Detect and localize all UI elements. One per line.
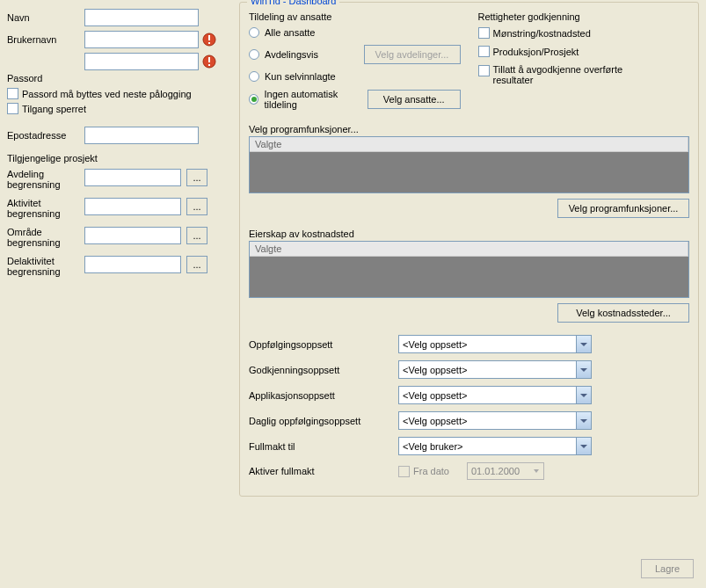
monstring-label: Mønstring/kostnadsted	[493, 28, 591, 39]
dropdown-value: <Velg bruker>	[403, 441, 463, 452]
radio-avdelingsvis[interactable]	[249, 49, 259, 60]
tilgang-sperret-checkbox[interactable]	[7, 103, 18, 114]
godkjenning-label: Godkjenningsoppsett	[249, 365, 398, 375]
radio-alle-ansatte[interactable]	[249, 27, 259, 38]
navn-input[interactable]	[84, 9, 199, 26]
fullmakt-label: Fullmakt til	[249, 441, 398, 452]
warning-icon	[202, 54, 216, 69]
delaktivitet-input[interactable]	[84, 256, 181, 273]
chevron-down-icon	[530, 463, 543, 479]
warning-icon	[202, 33, 216, 47]
epost-input[interactable]	[84, 127, 199, 144]
brukernavn-label: Brukernavn	[7, 34, 84, 45]
fra-dato-input: 01.01.2000	[467, 462, 544, 480]
daglig-label: Daglig oppfølgingsoppsett	[249, 416, 398, 426]
fullmakt-dropdown[interactable]: <Velg bruker>	[398, 437, 592, 455]
dashboard-groupbox: WinTid - Dashboard Tildeling av ansatte …	[239, 2, 699, 497]
radio-ingen-automatisk[interactable]	[249, 94, 258, 105]
applikasjon-dropdown[interactable]: <Velg oppsett>	[398, 386, 592, 404]
chevron-down-icon	[576, 412, 591, 429]
applikasjon-label: Applikasjonsoppsett	[249, 390, 398, 401]
chevron-down-icon	[576, 361, 591, 378]
oppfolging-dropdown[interactable]: <Velg oppsett>	[398, 335, 592, 353]
radio-kun-label: Kun selvinnlagte	[265, 71, 336, 82]
tillatt-checkbox[interactable]	[478, 65, 490, 76]
kostnadsted-list[interactable]: Valgte	[249, 241, 689, 298]
tilgjengelige-prosjekt-label: Tilgjengelige prosjekt	[7, 153, 230, 163]
lagre-button[interactable]: Lagre	[641, 559, 694, 578]
produksjon-checkbox[interactable]	[478, 46, 490, 57]
left-panel: Navn Brukernavn Passord Passord må bytte…	[0, 0, 237, 554]
navn-label: Navn	[7, 12, 84, 23]
oppfolging-label: Oppfølgingsoppsett	[249, 339, 398, 350]
date-value: 01.01.2000	[471, 466, 520, 476]
radio-alle-label: Alle ansatte	[265, 27, 315, 38]
chevron-down-icon	[576, 387, 591, 403]
dropdown-value: <Velg oppsett>	[403, 365, 467, 375]
velg-avdelinger-button: Velg avdelinger...	[364, 45, 461, 64]
passord-bytte-checkbox[interactable]	[7, 88, 18, 99]
rettigheter-heading: Rettigheter godkjenning	[478, 11, 690, 22]
brukernavn-input[interactable]	[84, 31, 199, 48]
footer: Lagre	[0, 554, 706, 584]
dropdown-value: <Velg oppsett>	[403, 416, 467, 426]
produksjon-label: Produksjon/Prosjekt	[493, 47, 579, 57]
omrade-input[interactable]	[84, 227, 181, 244]
avdeling-input[interactable]	[84, 169, 181, 186]
velg-kostnadssteder-button[interactable]: Velg kostnadssteder...	[557, 303, 689, 323]
passord-bytte-label: Passord må byttes ved neste pålogging	[22, 89, 192, 99]
delaktivitet-label: Delaktivitet begrensning	[7, 256, 84, 277]
radio-avdelingsvis-label: Avdelingsvis	[265, 49, 318, 60]
svg-rect-4	[208, 57, 210, 62]
tildeling-heading: Tildeling av ansatte	[249, 11, 461, 22]
monstring-checkbox[interactable]	[478, 27, 490, 39]
tillatt-label: Tillatt å avgodkjenne overførte resultat…	[493, 64, 651, 85]
passord-input[interactable]	[84, 53, 199, 70]
tilgang-sperret-label: Tilgang sperret	[22, 104, 86, 114]
aktivitet-input[interactable]	[84, 198, 181, 215]
list-header-valgte-2: Valgte	[250, 242, 688, 257]
list-header-valgte: Valgte	[250, 137, 688, 152]
list-body	[250, 152, 688, 192]
avdeling-label: Avdeling begrensning	[7, 169, 84, 190]
dropdown-value: <Velg oppsett>	[403, 390, 467, 401]
daglig-dropdown[interactable]: <Velg oppsett>	[398, 411, 592, 430]
groupbox-title: WinTid - Dashboard	[247, 0, 339, 6]
chevron-down-icon	[576, 336, 591, 352]
aktivitet-browse-button[interactable]: ...	[186, 198, 207, 215]
radio-kun-selvinnlagte[interactable]	[249, 71, 259, 82]
fra-dato-checkbox	[398, 466, 410, 477]
velg-programfunksjoner-button[interactable]: Velg programfunksjoner...	[557, 199, 689, 218]
eierskap-heading: Eierskap av kostnadsted	[249, 229, 689, 239]
dropdown-value: <Velg oppsett>	[403, 339, 467, 350]
svg-rect-1	[208, 35, 210, 40]
velg-ansatte-button[interactable]: Velg ansatte...	[368, 90, 461, 109]
velg-prog-heading: Velg programfunksjoner...	[249, 124, 689, 134]
svg-rect-2	[208, 42, 210, 44]
omrade-browse-button[interactable]: ...	[186, 227, 207, 244]
chevron-down-icon	[576, 438, 591, 454]
godkjenning-dropdown[interactable]: <Velg oppsett>	[398, 360, 592, 379]
aktiver-fullmakt-label: Aktiver fullmakt	[249, 466, 398, 476]
aktivitet-label: Aktivitet begrensning	[7, 198, 84, 219]
svg-rect-5	[208, 64, 210, 66]
omrade-label: Område begrensning	[7, 227, 84, 248]
list-body-2	[250, 257, 688, 297]
passord-label: Passord	[7, 73, 84, 83]
radio-ingen-label: Ingen automatisk tildeling	[264, 89, 367, 110]
programfunksjoner-list[interactable]: Valgte	[249, 136, 689, 193]
right-panel: WinTid - Dashboard Tildeling av ansatte …	[237, 0, 706, 554]
avdeling-browse-button[interactable]: ...	[186, 169, 207, 186]
fra-dato-label: Fra dato	[413, 466, 449, 476]
delaktivitet-browse-button[interactable]: ...	[186, 256, 207, 273]
epost-label: Epostadresse	[7, 130, 84, 141]
